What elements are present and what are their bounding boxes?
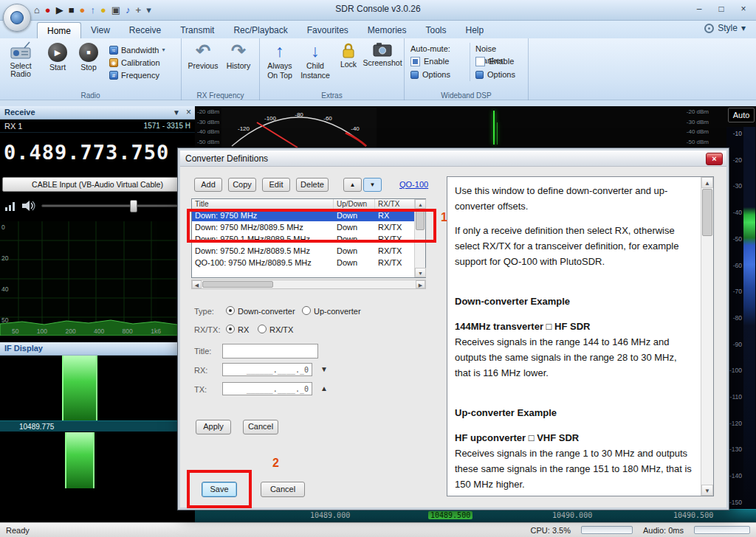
table-row[interactable]: Down: 9750.2 MHz/8089.5 MHz Down RX/TX	[192, 245, 425, 257]
frequency-scale-band[interactable]: 10489.000 10489.500 10490.000 10490.500	[195, 509, 756, 522]
app-menu-orb[interactable]	[3, 4, 31, 32]
minimize-button[interactable]: –	[690, 2, 709, 15]
help-scrollbar[interactable]: ▲ ▼	[701, 177, 713, 496]
rx-radio-label[interactable]: RX	[238, 325, 249, 334]
tab-favourites[interactable]: Favourites	[298, 22, 358, 38]
ribbon-group-rx-frequency: ↶ Previous ↷ History RX Frequency	[182, 38, 260, 100]
ribbon-group-wideband-dsp: Auto-mute: Enable Options Noise Blanker:…	[405, 38, 529, 100]
rxtx-label: RX/TX:	[194, 325, 220, 334]
down-converter-radio[interactable]	[226, 306, 235, 315]
rx-frequency-input[interactable]: ______.____._0	[222, 363, 312, 376]
scroll-left-icon[interactable]: ◀	[192, 280, 202, 288]
x-axis-label: 400	[94, 328, 104, 335]
style-selector[interactable]: Style ▾	[704, 23, 746, 33]
tab-rec-playback[interactable]: Rec/Playback	[224, 22, 297, 38]
audio-spectrum[interactable]: 0204050 501002004008001k63k2	[0, 221, 195, 336]
frequency-display[interactable]: 0.489.773.750	[0, 133, 195, 173]
db-label: -40 dBm	[687, 128, 709, 135]
dialog-title-bar[interactable]: Converter Definitions	[180, 150, 726, 167]
db-label: -30 dBm	[687, 119, 709, 125]
maximize-button[interactable]: □	[712, 2, 731, 15]
speaker-icon[interactable]	[22, 201, 35, 212]
volume-slider[interactable]	[41, 204, 185, 207]
select-radio-button[interactable]: Select Radio	[3, 41, 38, 87]
db-label: -20 dBm	[197, 108, 219, 115]
rxtx-radio-label[interactable]: RX/TX	[269, 325, 293, 334]
close-panel-icon[interactable]: ×	[186, 106, 191, 119]
cancel-button-bottom[interactable]: Cancel	[261, 482, 305, 497]
column-header-updown[interactable]: Up/Down	[334, 199, 375, 209]
tab-help[interactable]: Help	[456, 22, 494, 38]
tab-view[interactable]: View	[81, 22, 120, 38]
lock-button[interactable]: Lock	[334, 41, 363, 87]
tab-home[interactable]: Home	[37, 22, 81, 38]
stop-button[interactable]: ■ Stop	[74, 41, 103, 87]
auto-range-button[interactable]: Auto	[728, 108, 755, 122]
audio-device-select[interactable]: CABLE Input (VB-Audio Virtual Cable)	[2, 177, 193, 192]
copy-button[interactable]: Copy	[228, 178, 256, 192]
down-converter-label[interactable]: Down-converter	[238, 307, 295, 316]
rx-name: RX 1	[4, 122, 22, 131]
auto-mute-options[interactable]: Options	[410, 68, 467, 81]
delete-button[interactable]: Delete	[296, 178, 329, 192]
tab-memories[interactable]: Memories	[358, 22, 416, 38]
tab-receive[interactable]: Receive	[120, 22, 171, 38]
scrollbar-thumb[interactable]	[702, 189, 712, 236]
auto-mute-enable[interactable]: Enable	[410, 55, 467, 68]
edit-button[interactable]: Edit	[262, 178, 290, 192]
app-logo-icon	[10, 11, 24, 24]
table-row[interactable]: QO-100: 9750 MHz/8089.5 MHz Down RX/TX	[192, 257, 425, 268]
volume-slider-thumb[interactable]	[130, 200, 137, 212]
rxtx-radio[interactable]	[258, 325, 267, 333]
qo-100-link[interactable]: QO-100	[399, 180, 428, 189]
apply-button[interactable]: Apply	[196, 420, 231, 434]
add-button[interactable]: Add	[194, 178, 222, 192]
up-converter-radio[interactable]	[302, 306, 311, 315]
rx-radio[interactable]	[226, 325, 235, 333]
table-horizontal-scrollbar[interactable]: ◀ ▶	[191, 280, 426, 289]
scroll-up-icon[interactable]: ▲	[701, 177, 713, 188]
start-button[interactable]: ▶ Start	[43, 41, 72, 87]
tx-frequency-input[interactable]: ______.____._0	[222, 382, 312, 395]
title-bar: ⌂ ● ▶ ■ ● ↑ ● ▣ ♪ + ▾ SDR Console v3.0.2…	[0, 0, 756, 21]
scroll-down-icon[interactable]: ▼	[701, 485, 713, 496]
title-input[interactable]	[222, 344, 318, 358]
column-header-title[interactable]: Title	[192, 199, 334, 209]
type-label: Type:	[194, 307, 214, 316]
waterfall-signal-band	[62, 356, 97, 420]
start-icon: ▶	[48, 43, 67, 62]
noise-blanker-options[interactable]: Options	[475, 68, 527, 81]
signal-trace	[497, 122, 498, 145]
child-instance-button[interactable]: ↓ Child Instance	[298, 41, 332, 87]
rx-spinner-down-icon[interactable]: ▼	[318, 365, 330, 373]
scroll-up-icon[interactable]: ▲	[415, 199, 426, 209]
checkbox-icon[interactable]	[410, 57, 420, 66]
if-waterfall[interactable]: 10489.775 1048	[0, 356, 195, 488]
meter-bars-icon[interactable]	[5, 201, 16, 211]
screenshot-button[interactable]: Screenshot	[363, 41, 402, 87]
x-axis-label: 1k6	[151, 328, 161, 335]
scroll-right-icon[interactable]: ▶	[416, 280, 425, 288]
history-button[interactable]: ↷ History	[221, 41, 255, 87]
bandwidth-button[interactable]: ≈ Bandwidth ▾	[109, 44, 180, 56]
previous-button[interactable]: ↶ Previous	[186, 41, 220, 87]
cancel-button[interactable]: Cancel	[243, 420, 278, 434]
close-button[interactable]: ×	[734, 2, 753, 15]
collapse-icon[interactable]: ▼	[173, 106, 180, 119]
tab-transmit[interactable]: Transmit	[171, 22, 224, 38]
tab-tools[interactable]: Tools	[416, 22, 456, 38]
dialog-close-button[interactable]: ×	[706, 153, 723, 165]
db-scale-column[interactable]: -10-20-30-40-50-60-70-80-90-100-110-120-…	[726, 127, 756, 509]
frequency-button[interactable]: # Frequency	[109, 69, 180, 81]
up-converter-label[interactable]: Up-converter	[314, 307, 361, 316]
move-up-button[interactable]: ▲	[343, 178, 362, 192]
padlock-icon	[342, 41, 355, 59]
tx-spinner-up-icon[interactable]: ▲	[318, 384, 330, 392]
always-on-top-button[interactable]: ↑ Always On Top	[263, 41, 297, 87]
move-down-button[interactable]: ▼	[363, 178, 382, 192]
scrollbar-thumb[interactable]	[202, 281, 273, 288]
checkbox-icon[interactable]	[475, 57, 485, 66]
scroll-down-icon[interactable]: ▼	[415, 268, 426, 277]
noise-blanker-enable-label: Enable	[489, 57, 514, 66]
calibration-button[interactable]: ◉ Calibration	[109, 56, 180, 69]
